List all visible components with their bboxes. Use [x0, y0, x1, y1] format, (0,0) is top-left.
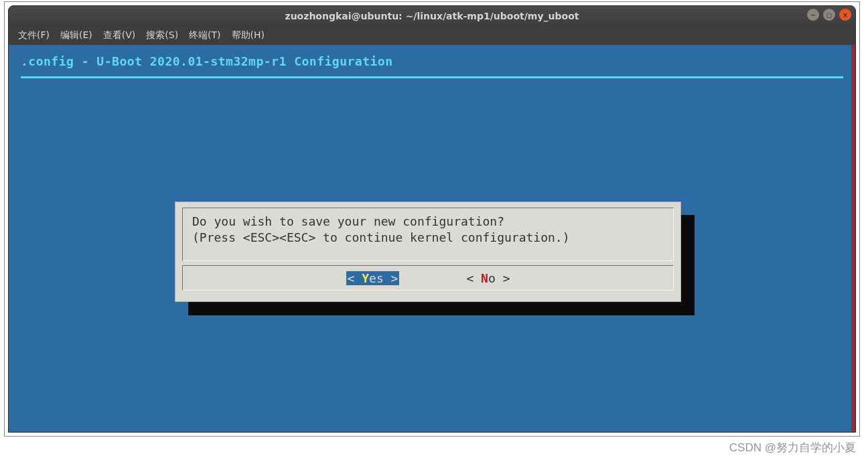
config-title: .config - U-Boot 2020.01-stm32mp-r1 Conf…: [21, 54, 843, 68]
window-controls: − ◻ ×: [807, 9, 851, 21]
dialog-line2: (Press <ESC><ESC> to continue kernel con…: [192, 230, 664, 246]
minimize-icon[interactable]: −: [807, 9, 819, 21]
menu-terminal[interactable]: 终端(T): [185, 28, 224, 43]
window-title: zuozhongkai@ubuntu: ~/linux/atk-mp1/uboo…: [285, 11, 579, 21]
close-icon[interactable]: ×: [839, 9, 851, 21]
menu-help[interactable]: 帮助(H): [228, 28, 269, 43]
dialog-text: Do you wish to save your new configurati…: [182, 208, 674, 261]
watermark-text: CSDN @努力自学的小夏: [729, 440, 856, 455]
menu-search[interactable]: 搜索(S): [142, 28, 182, 43]
no-hotkey: N: [481, 271, 488, 285]
menu-view[interactable]: 查看(V): [99, 28, 140, 43]
yes-hotkey: Y: [362, 271, 369, 285]
menu-edit[interactable]: 编辑(E): [56, 28, 96, 43]
save-dialog: Do you wish to save your new configurati…: [175, 202, 681, 302]
title-underline: [21, 76, 843, 78]
window-titlebar: zuozhongkai@ubuntu: ~/linux/atk-mp1/uboo…: [9, 6, 855, 26]
dialog-line1: Do you wish to save your new configurati…: [192, 214, 664, 230]
terminal-window: zuozhongkai@ubuntu: ~/linux/atk-mp1/uboo…: [8, 5, 856, 433]
yes-button[interactable]: < Yes >: [346, 271, 400, 285]
menu-file[interactable]: 文件(F): [14, 28, 54, 43]
menubar: 文件(F) 编辑(E) 查看(V) 搜索(S) 终端(T) 帮助(H): [9, 26, 855, 45]
maximize-icon[interactable]: ◻: [823, 9, 835, 21]
scrollbar-stripe: [851, 45, 855, 432]
no-button[interactable]: < No >: [466, 271, 510, 285]
terminal-area[interactable]: .config - U-Boot 2020.01-stm32mp-r1 Conf…: [9, 45, 855, 432]
dialog-buttons: < Yes > < No >: [182, 265, 674, 291]
